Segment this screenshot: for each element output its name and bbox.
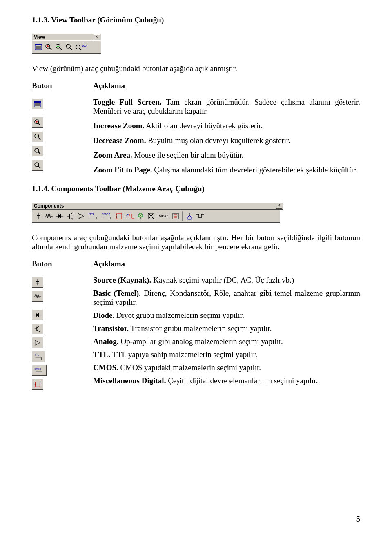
electromech-icon[interactable] [195,211,205,221]
view-item-4: Zoom Fit to Page. Çalışma alanındaki tüm… [93,165,360,174]
misc-digital-icon[interactable] [32,379,43,390]
comp-item-0: Source (Kaynak). Kaynak seçimi yapılır (… [93,276,360,285]
transistor-icon[interactable] [32,323,43,334]
svg-text:+: + [36,213,37,215]
transistor-icon[interactable] [65,211,75,221]
svg-line-13 [70,48,72,50]
basic-icon[interactable] [44,211,54,221]
zoom-area-icon[interactable] [64,42,74,52]
svg-line-30 [38,152,40,154]
page-number: 5 [356,515,361,524]
close-icon[interactable]: × [94,34,100,40]
fullscreen-icon[interactable] [32,98,43,109]
zoom-in-icon[interactable] [44,42,53,52]
view-toolbar-title: View [34,34,45,40]
view-toolbar-figure: View × 100 [32,34,360,54]
svg-rect-48 [117,213,122,219]
svg-line-75 [37,326,40,328]
svg-text:TTL: TTL [35,353,40,356]
rf-icon[interactable] [185,211,194,221]
svg-point-29 [35,148,39,152]
diode-icon[interactable] [55,211,65,221]
misc-text-icon[interactable]: MISC [157,211,170,221]
indicator-icon[interactable] [136,211,145,221]
svg-point-14 [76,45,80,49]
fullscreen-icon[interactable] [33,42,43,52]
svg-line-15 [80,49,81,50]
zoom-in-icon[interactable] [32,117,43,128]
svg-point-31 [35,163,39,167]
view-item-1: Increase Zoom. Aktif olan devreyi büyüte… [93,121,360,130]
ttl-icon[interactable]: TTL [87,211,100,221]
view-item-3: Zoom Area. Mouse ile seçilen bir alanı b… [93,151,360,160]
comp-item-1: Basic (Temel). Direnç, Kondansatör, Röle… [93,289,360,307]
svg-line-10 [60,48,62,50]
analog-icon[interactable] [32,337,43,348]
source-icon[interactable] [32,277,43,288]
components-toolbar-title: Components [34,203,64,209]
zoom-fit-icon[interactable]: 100 [74,42,87,52]
col-header-desc: Açıklama [93,259,154,268]
svg-rect-79 [36,382,40,387]
section-heading-113: 1.1.3. View Toolbar (Görünüm Çubuğu) [32,16,360,25]
mixed-icon[interactable] [125,211,135,221]
svg-rect-1 [35,44,42,45]
svg-line-27 [38,138,40,140]
zoom-out-icon[interactable] [32,131,43,142]
control-icon[interactable] [171,211,180,221]
svg-text:TTL: TTL [89,213,95,216]
comp-item-3: Transistor. Transistör grubu malzemeleri… [93,324,360,333]
comp-item-6: CMOS. CMOS yapıdaki malzemelerin seçimi … [93,363,360,372]
misc-icon[interactable] [146,211,156,221]
zoom-area-icon[interactable] [32,145,43,156]
svg-line-42 [69,213,73,215]
view-intro-text: View (görünüm) araç çubuğundaki butonlar… [32,64,360,73]
close-icon[interactable]: × [276,203,282,209]
analog-icon[interactable]: +- [76,211,86,221]
svg-line-6 [49,48,51,50]
comp-item-7: Miscellaneous Digital. Çeşitli dijital d… [93,376,360,385]
col-header-button: Buton [32,81,93,90]
comp-item-4: Analog. Op-amp lar gibi analog malzemele… [93,337,360,346]
ttl-icon[interactable]: TTL [32,351,45,362]
svg-line-32 [38,166,40,168]
source-icon[interactable]: + [33,211,43,221]
misc-digital-icon[interactable] [114,211,124,221]
zoom-fit-icon[interactable] [32,160,43,171]
cmos-icon[interactable]: CMOS [32,365,47,376]
view-item-2: Decrease Zoom. Büyültülmüş olan devreyi … [93,136,360,145]
col-header-desc: Açıklama [93,81,154,90]
svg-rect-18 [34,101,41,103]
svg-point-12 [66,44,70,48]
toolbar-separator [182,211,183,221]
section-heading-114: 1.1.4. Components Toolbar (Malzeme Araç … [32,184,360,193]
zoom-out-icon[interactable] [54,42,64,52]
svg-line-23 [38,123,40,125]
svg-text:+: + [79,213,80,216]
view-item-0: Toggle Full Screen. Tam ekran görünümüdü… [93,98,360,116]
col-header-button: Buton [32,259,93,268]
components-intro-text: Components araç çubuğundaki butonlar aşa… [32,233,360,251]
components-toolbar-figure: Components × + +- TTL CMOS MISC [32,202,360,223]
svg-line-76 [37,330,40,332]
cmos-icon[interactable]: CMOS [100,211,114,221]
diode-icon[interactable] [32,309,43,320]
comp-item-2: Diode. Diyot grubu malzemelerin seçimi y… [93,311,360,320]
comp-item-5: TTL. TTL yapıya sahip malzemelerin seçim… [93,350,360,359]
svg-text:100: 100 [82,44,87,47]
basic-icon[interactable] [32,290,43,302]
svg-text:CMOS: CMOS [34,368,41,370]
svg-text:CMOS: CMOS [102,213,110,216]
